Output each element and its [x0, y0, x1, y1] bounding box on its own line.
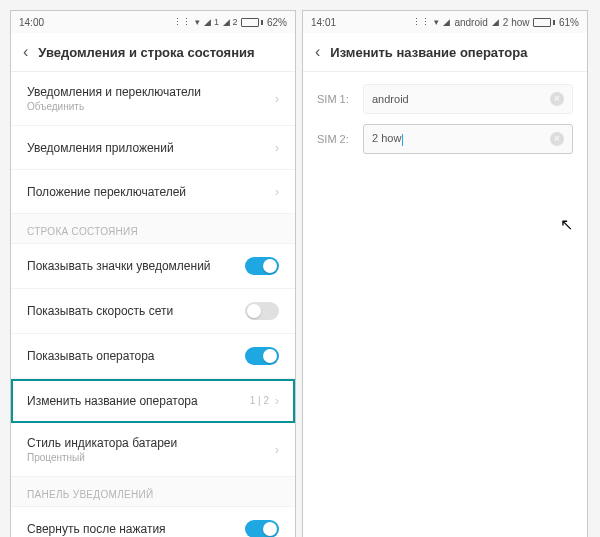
battery-indicator [533, 18, 555, 27]
left-screen: 14:00 ⋮⋮ ▾ ◢ 1 ◢ 2 62% ‹ Уведомления и с… [10, 10, 296, 537]
signal-2-icon: ◢ [492, 18, 499, 27]
chevron-right-icon: › [275, 394, 279, 408]
chevron-right-icon: › [275, 443, 279, 457]
wifi-icon: ▾ [434, 18, 439, 27]
page-title: Уведомления и строка состояния [38, 45, 254, 60]
sim-2-value: 2 how [372, 132, 403, 145]
battery-pct: 61% [559, 17, 579, 28]
section-status-bar: СТРОКА СОСТОЯНИЯ [11, 214, 295, 244]
row-toggle-pos[interactable]: Положение переключателей › [11, 170, 295, 214]
row-sub: Объединить [27, 101, 201, 112]
toggle-switch[interactable] [245, 302, 279, 320]
row-label: Показывать скорость сети [27, 304, 173, 318]
row-show-operator[interactable]: Показывать оператора [11, 334, 295, 379]
mouse-cursor-icon: ↖ [560, 215, 573, 234]
sim-2-label: SIM 2: [317, 133, 353, 145]
row-label: Показывать значки уведомлений [27, 259, 211, 273]
row-label: Положение переключателей [27, 185, 186, 199]
battery-pct: 62% [267, 17, 287, 28]
signal-1-icon: ◢ [443, 18, 450, 27]
sim-block: SIM 1: android × SIM 2: 2 how × [303, 72, 587, 166]
status-bar: 14:00 ⋮⋮ ▾ ◢ 1 ◢ 2 62% [11, 11, 295, 33]
chevron-right-icon: › [275, 141, 279, 155]
carrier-1: android [454, 17, 487, 28]
row-show-icons[interactable]: Показывать значки уведомлений [11, 244, 295, 289]
signal-1-icon: ◢ 1 [204, 18, 219, 27]
row-label: Изменить название оператора [27, 394, 198, 408]
row-change-operator[interactable]: Изменить название оператора 1 | 2 › [11, 379, 295, 423]
page-title: Изменить название оператора [330, 45, 527, 60]
sim-2-row: SIM 2: 2 how × [317, 124, 573, 154]
battery-indicator [241, 18, 263, 27]
sim-1-label: SIM 1: [317, 93, 353, 105]
row-label: Свернуть после нажатия [27, 522, 166, 536]
sim-2-input[interactable]: 2 how × [363, 124, 573, 154]
row-sub: Процентный [27, 452, 177, 463]
status-bar: 14:01 ⋮⋮ ▾ ◢ android ◢ 2 how 61% [303, 11, 587, 33]
row-show-speed[interactable]: Показывать скорость сети [11, 289, 295, 334]
right-screen: 14:01 ⋮⋮ ▾ ◢ android ◢ 2 how 61% ‹ Измен… [302, 10, 588, 537]
chevron-right-icon: › [275, 92, 279, 106]
section-notif-panel: ПАНЕЛЬ УВЕДОМЛЕНИЙ [11, 477, 295, 507]
row-label: Показывать оператора [27, 349, 155, 363]
back-icon[interactable]: ‹ [315, 43, 320, 61]
clear-icon[interactable]: × [550, 132, 564, 146]
row-collapse-after-tap[interactable]: Свернуть после нажатия [11, 507, 295, 537]
toggle-switch[interactable] [245, 257, 279, 275]
row-label: Уведомления и переключатели [27, 85, 201, 99]
row-app-notif[interactable]: Уведомления приложений › [11, 126, 295, 170]
row-label: Уведомления приложений [27, 141, 174, 155]
sim-1-row: SIM 1: android × [317, 84, 573, 114]
row-side-text: 1 | 2 [250, 395, 269, 406]
sim-1-value: android [372, 93, 409, 105]
toggle-switch[interactable] [245, 347, 279, 365]
row-label: Стиль индикатора батареи [27, 436, 177, 450]
carrier-2: 2 how [503, 17, 530, 28]
row-notif-toggle[interactable]: Уведомления и переключатели Объединить › [11, 72, 295, 126]
chevron-right-icon: › [275, 185, 279, 199]
status-right: ⋮⋮ ▾ ◢ android ◢ 2 how 61% [412, 17, 579, 28]
app-header: ‹ Уведомления и строка состояния [11, 33, 295, 72]
sim-1-input[interactable]: android × [363, 84, 573, 114]
back-icon[interactable]: ‹ [23, 43, 28, 61]
text-caret [402, 134, 403, 146]
signal-2-icon: ◢ 2 [223, 18, 238, 27]
status-time: 14:00 [19, 17, 44, 28]
row-battery-style[interactable]: Стиль индикатора батареи Процентный › [11, 423, 295, 477]
toggle-switch[interactable] [245, 520, 279, 537]
content: Уведомления и переключатели Объединить ›… [11, 72, 295, 537]
bluetooth-icon: ⋮⋮ [173, 18, 191, 27]
clear-icon[interactable]: × [550, 92, 564, 106]
bluetooth-icon: ⋮⋮ [412, 18, 430, 27]
status-right: ⋮⋮ ▾ ◢ 1 ◢ 2 62% [173, 17, 287, 28]
content: SIM 1: android × SIM 2: 2 how × [303, 72, 587, 537]
app-header: ‹ Изменить название оператора [303, 33, 587, 72]
wifi-icon: ▾ [195, 18, 200, 27]
status-time: 14:01 [311, 17, 336, 28]
